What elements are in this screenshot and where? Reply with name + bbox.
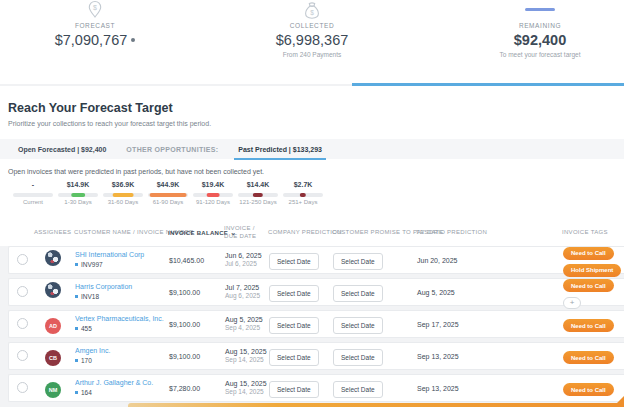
- bucket-bar: [283, 193, 323, 197]
- invoice-status-dot: [75, 391, 78, 394]
- svg-text:$: $: [310, 9, 314, 16]
- invoice-date: Jul 7, 2025: [225, 283, 269, 292]
- remaining-value: $92,400: [445, 32, 624, 48]
- remaining-label: REMAINING: [445, 22, 624, 29]
- bucket-251-plus[interactable]: $2.7K 251+ Days: [282, 181, 324, 205]
- customer-name-link[interactable]: SHI International Corp: [75, 251, 169, 260]
- tesorio-prediction: Sep 13, 2025: [417, 385, 563, 392]
- invoice-tag[interactable]: Need to Call: [563, 279, 614, 292]
- header-customer: CUSTOMER NAME / INVOICE NUMBER: [74, 229, 168, 237]
- invoice-table: SHI International Corp INV997 $10,465.00…: [0, 246, 624, 407]
- row-select-radio[interactable]: [17, 382, 28, 393]
- invoice-status-dot: [75, 295, 78, 298]
- table-row: Harris Corporation INV18 $9,100.00 Jul 7…: [8, 278, 624, 306]
- customer-name-link[interactable]: Vertex Pharmaceuticals, Inc.: [75, 315, 169, 324]
- tab-other-opportunities[interactable]: OTHER OPPORTUNITIES:: [116, 139, 228, 159]
- company-prediction-date-button[interactable]: Select Date: [269, 317, 319, 334]
- bucket-121-250[interactable]: $14.4K 121-250 Days: [237, 181, 279, 205]
- header-invoice-balance[interactable]: INVOICE BALANCE⌄: [168, 228, 224, 238]
- bucket-1-30[interactable]: $14.9K 1-30 Days: [57, 181, 99, 205]
- invoice-status-dot: [75, 359, 78, 362]
- table-row: AD Vertex Pharmaceuticals, Inc. 455 $9,1…: [8, 310, 624, 338]
- due-date: Aug 6, 2025: [225, 292, 269, 300]
- company-prediction-date-button[interactable]: Select Date: [269, 253, 319, 270]
- company-prediction-date-button[interactable]: Select Date: [269, 285, 319, 302]
- row-select-radio[interactable]: [17, 286, 28, 297]
- collected-value: $6,998,367: [217, 32, 407, 48]
- due-date: Sep 14, 2025: [225, 356, 269, 364]
- customer-name-link[interactable]: Amgen Inc.: [75, 347, 169, 356]
- header-customer-promise: CUSTOMER PROMISE TO PAY DATE: [332, 229, 416, 237]
- tesorio-prediction: Sep 13, 2025: [417, 353, 563, 360]
- invoice-number: INV997: [81, 261, 103, 269]
- remaining-subtext: To meet your forecast target: [445, 51, 624, 58]
- aging-buckets: - Current $14.9K 1-30 Days $36.9K 31-60 …: [12, 181, 327, 205]
- bucket-current[interactable]: - Current: [12, 181, 54, 205]
- forecast-tabbar: Open Forecasted | $92,400 OTHER OPPORTUN…: [0, 139, 624, 159]
- invoice-status-dot: [75, 327, 78, 330]
- due-date: Jul 6, 2025: [225, 260, 269, 268]
- invoice-tag[interactable]: Need to Call: [563, 351, 614, 364]
- header-invoice-due-date: INVOICE / DUE DATE: [224, 225, 268, 241]
- invoice-number: INV18: [81, 293, 99, 301]
- bucket-31-60[interactable]: $36.9K 31-60 Days: [102, 181, 144, 205]
- tesorio-prediction: Jun 20, 2025: [417, 257, 563, 264]
- row-select-radio[interactable]: [17, 318, 28, 329]
- assignee-avatar[interactable]: CB: [45, 350, 61, 366]
- due-date: Sep 4, 2025: [225, 324, 269, 332]
- invoice-number: 170: [81, 357, 92, 365]
- assignee-avatar[interactable]: AD: [45, 318, 61, 334]
- promise-date-button[interactable]: Select Date: [333, 349, 383, 366]
- bucket-bar: [58, 193, 98, 197]
- table-row: CB Amgen Inc. 170 $9,100.00 Aug 15, 2025…: [8, 342, 624, 370]
- add-tag-button[interactable]: +: [563, 297, 581, 309]
- table-header: ASSIGNEES CUSTOMER NAME / INVOICE NUMBER…: [8, 219, 624, 246]
- invoice-balance: $9,100.00: [169, 321, 225, 328]
- promise-date-button[interactable]: Select Date: [333, 381, 383, 398]
- metrics-divider: [0, 84, 624, 86]
- invoice-tag[interactable]: Need to Call: [563, 383, 614, 396]
- collected-subtext: From 240 Payments: [217, 51, 407, 58]
- bucket-bar: [13, 193, 53, 197]
- company-prediction-date-button[interactable]: Select Date: [269, 349, 319, 366]
- promise-date-button[interactable]: Select Date: [333, 317, 383, 334]
- remaining-dash-icon: [445, 0, 624, 20]
- promise-date-button[interactable]: Select Date: [333, 253, 383, 270]
- assignee-avatar[interactable]: NM: [45, 382, 61, 398]
- row-select-radio[interactable]: [17, 350, 28, 361]
- tesorio-prediction: Aug 5, 2025: [417, 289, 563, 296]
- company-prediction-date-button[interactable]: Select Date: [269, 381, 319, 398]
- customer-name-link[interactable]: Harris Corporation: [75, 283, 169, 292]
- bucket-bar: [148, 193, 188, 197]
- bucket-bar: [103, 193, 143, 197]
- forecast-pin-icon: $: [0, 0, 190, 20]
- bucket-bar: [238, 193, 278, 197]
- customer-name-link[interactable]: Arthur J. Gallagher & Co.: [75, 379, 169, 388]
- invoice-balance: $9,100.00: [169, 353, 225, 360]
- invoice-date: Aug 15, 2025: [225, 379, 269, 388]
- assignee-avatar[interactable]: [45, 282, 61, 298]
- active-step-indicator: [352, 83, 624, 86]
- due-date: Sep 14, 2025: [225, 388, 269, 396]
- edit-forecast-icon[interactable]: [131, 38, 135, 42]
- bucket-91-120[interactable]: $19.4K 91-120 Days: [192, 181, 234, 205]
- row-select-radio[interactable]: [17, 254, 28, 265]
- invoice-tag[interactable]: Need to Call: [563, 247, 614, 260]
- invoice-date: Aug 5, 2025: [225, 315, 269, 324]
- tab-past-predicted[interactable]: Past Predicted | $133,293: [228, 139, 332, 159]
- promise-date-button[interactable]: Select Date: [333, 285, 383, 302]
- invoice-tag[interactable]: Need to Call: [563, 319, 614, 332]
- svg-text:$: $: [93, 4, 97, 11]
- forecast-metric: $ FORECAST $7,090,767: [0, 0, 190, 48]
- page-title: Reach Your Forecast Target: [8, 101, 173, 115]
- tab-open-forecasted[interactable]: Open Forecasted | $92,400: [8, 139, 116, 159]
- assignee-avatar[interactable]: [45, 250, 61, 266]
- header-assignees: ASSIGNEES: [34, 229, 74, 237]
- corner-wedge: [614, 396, 624, 406]
- table-description: Open invoices that were predicted in pas…: [8, 168, 264, 175]
- invoice-balance: $7,280.00: [169, 385, 225, 392]
- invoice-date: Jun 6, 2025: [225, 251, 269, 260]
- bottom-banner-edge: [128, 403, 624, 407]
- page-subtitle: Prioritize your collections to reach you…: [8, 120, 211, 127]
- bucket-61-90[interactable]: $44.9K 61-90 Days: [147, 181, 189, 205]
